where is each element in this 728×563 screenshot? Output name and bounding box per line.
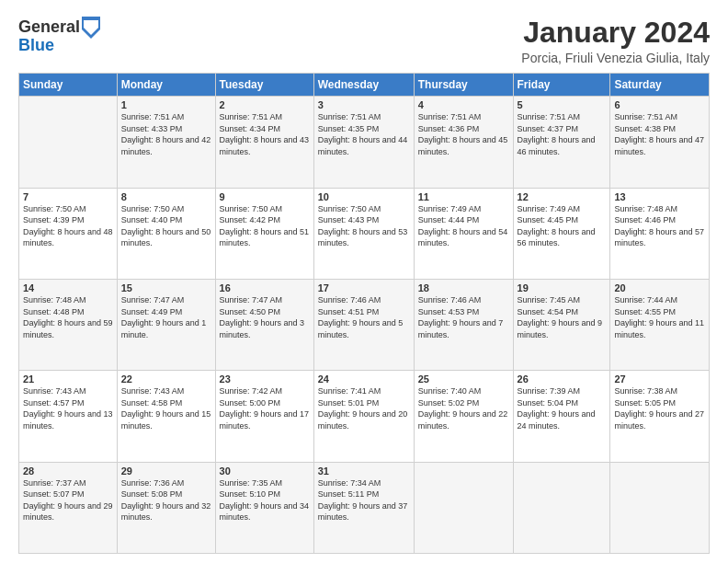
day-number: 23 [220, 373, 310, 385]
title-section: January 2024 Porcia, Friuli Venezia Giul… [521, 17, 710, 65]
day-info: Sunrise: 7:43 AMSunset: 4:57 PMDaylight:… [23, 385, 113, 431]
day-info: Sunrise: 7:39 AMSunset: 5:04 PMDaylight:… [518, 385, 607, 431]
day-info: Sunrise: 7:51 AMSunset: 4:35 PMDaylight:… [318, 111, 410, 157]
day-number: 28 [23, 465, 113, 477]
day-cell: 19Sunrise: 7:45 AMSunset: 4:54 PMDayligh… [513, 279, 610, 370]
day-number: 29 [121, 465, 211, 477]
day-number: 15 [121, 282, 211, 293]
day-header-monday: Monday [117, 74, 215, 97]
logo-blue-text: Blue [18, 37, 100, 55]
day-number: 21 [23, 373, 113, 385]
day-cell: 5Sunrise: 7:51 AMSunset: 4:37 PMDaylight… [513, 97, 610, 188]
month-title: January 2024 [521, 17, 710, 49]
day-header-saturday: Saturday [610, 74, 710, 97]
day-cell: 24Sunrise: 7:41 AMSunset: 5:01 PMDayligh… [313, 371, 414, 462]
days-header-row: SundayMondayTuesdayWednesdayThursdayFrid… [19, 74, 710, 97]
day-cell [513, 462, 610, 553]
day-info: Sunrise: 7:43 AMSunset: 4:58 PMDaylight:… [121, 385, 211, 431]
day-info: Sunrise: 7:42 AMSunset: 5:00 PMDaylight:… [220, 385, 310, 431]
day-cell [610, 462, 710, 553]
day-cell: 10Sunrise: 7:50 AMSunset: 4:43 PMDayligh… [313, 188, 414, 279]
day-cell: 3Sunrise: 7:51 AMSunset: 4:35 PMDaylight… [313, 97, 414, 188]
day-info: Sunrise: 7:48 AMSunset: 4:46 PMDaylight:… [614, 203, 705, 249]
day-number: 5 [518, 99, 607, 110]
day-info: Sunrise: 7:41 AMSunset: 5:01 PMDaylight:… [318, 385, 410, 431]
day-cell: 17Sunrise: 7:46 AMSunset: 4:51 PMDayligh… [313, 279, 414, 370]
day-cell: 31Sunrise: 7:34 AMSunset: 5:11 PMDayligh… [313, 462, 414, 553]
day-number: 3 [318, 99, 410, 110]
calendar-table: SundayMondayTuesdayWednesdayThursdayFrid… [18, 73, 710, 554]
day-number: 8 [121, 191, 211, 202]
day-number: 13 [614, 191, 705, 202]
day-info: Sunrise: 7:45 AMSunset: 4:54 PMDaylight:… [518, 294, 607, 340]
logo: General Blue [18, 17, 100, 55]
week-row-4: 28Sunrise: 7:37 AMSunset: 5:07 PMDayligh… [19, 462, 710, 553]
day-cell: 13Sunrise: 7:48 AMSunset: 4:46 PMDayligh… [610, 188, 710, 279]
day-cell: 15Sunrise: 7:47 AMSunset: 4:49 PMDayligh… [117, 279, 215, 370]
day-number: 11 [418, 191, 509, 202]
day-cell: 30Sunrise: 7:35 AMSunset: 5:10 PMDayligh… [215, 462, 313, 553]
day-info: Sunrise: 7:35 AMSunset: 5:10 PMDaylight:… [220, 477, 310, 523]
day-info: Sunrise: 7:49 AMSunset: 4:44 PMDaylight:… [418, 203, 509, 249]
day-header-thursday: Thursday [414, 74, 513, 97]
day-number: 25 [418, 373, 509, 385]
day-cell: 26Sunrise: 7:39 AMSunset: 5:04 PMDayligh… [513, 371, 610, 462]
day-number: 18 [418, 282, 509, 293]
day-number: 7 [23, 191, 113, 202]
day-info: Sunrise: 7:47 AMSunset: 4:49 PMDaylight:… [121, 294, 211, 340]
day-info: Sunrise: 7:46 AMSunset: 4:51 PMDaylight:… [318, 294, 410, 340]
day-cell: 21Sunrise: 7:43 AMSunset: 4:57 PMDayligh… [19, 371, 118, 462]
week-row-1: 7Sunrise: 7:50 AMSunset: 4:39 PMDaylight… [19, 188, 710, 279]
day-cell: 23Sunrise: 7:42 AMSunset: 5:00 PMDayligh… [215, 371, 313, 462]
day-cell: 6Sunrise: 7:51 AMSunset: 4:38 PMDaylight… [610, 97, 710, 188]
day-cell: 25Sunrise: 7:40 AMSunset: 5:02 PMDayligh… [414, 371, 513, 462]
day-number: 14 [23, 282, 113, 293]
week-row-0: 1Sunrise: 7:51 AMSunset: 4:33 PMDaylight… [19, 97, 710, 188]
day-header-friday: Friday [513, 74, 610, 97]
day-info: Sunrise: 7:50 AMSunset: 4:43 PMDaylight:… [318, 203, 410, 249]
day-cell: 7Sunrise: 7:50 AMSunset: 4:39 PMDaylight… [19, 188, 118, 279]
day-info: Sunrise: 7:51 AMSunset: 4:33 PMDaylight:… [121, 111, 211, 157]
calendar-body: 1Sunrise: 7:51 AMSunset: 4:33 PMDaylight… [19, 97, 710, 554]
day-number: 16 [220, 282, 310, 293]
day-header-sunday: Sunday [19, 74, 118, 97]
day-info: Sunrise: 7:51 AMSunset: 4:34 PMDaylight:… [220, 111, 310, 157]
day-info: Sunrise: 7:36 AMSunset: 5:08 PMDaylight:… [121, 477, 211, 523]
day-number: 10 [318, 191, 410, 202]
day-cell: 9Sunrise: 7:50 AMSunset: 4:42 PMDaylight… [215, 188, 313, 279]
day-cell [414, 462, 513, 553]
day-cell: 12Sunrise: 7:49 AMSunset: 4:45 PMDayligh… [513, 188, 610, 279]
day-info: Sunrise: 7:44 AMSunset: 4:55 PMDaylight:… [614, 294, 705, 340]
day-number: 20 [614, 282, 705, 293]
day-number: 30 [220, 465, 310, 477]
day-info: Sunrise: 7:46 AMSunset: 4:53 PMDaylight:… [418, 294, 509, 340]
day-cell: 28Sunrise: 7:37 AMSunset: 5:07 PMDayligh… [19, 462, 118, 553]
day-info: Sunrise: 7:47 AMSunset: 4:50 PMDaylight:… [220, 294, 310, 340]
day-info: Sunrise: 7:38 AMSunset: 5:05 PMDaylight:… [614, 385, 705, 431]
day-info: Sunrise: 7:51 AMSunset: 4:37 PMDaylight:… [518, 111, 607, 157]
week-row-2: 14Sunrise: 7:48 AMSunset: 4:48 PMDayligh… [19, 279, 710, 370]
week-row-3: 21Sunrise: 7:43 AMSunset: 4:57 PMDayligh… [19, 371, 710, 462]
day-header-tuesday: Tuesday [215, 74, 313, 97]
day-number: 17 [318, 282, 410, 293]
day-number: 24 [318, 373, 410, 385]
day-number: 9 [220, 191, 310, 202]
day-info: Sunrise: 7:50 AMSunset: 4:40 PMDaylight:… [121, 203, 211, 249]
day-cell: 29Sunrise: 7:36 AMSunset: 5:08 PMDayligh… [117, 462, 215, 553]
day-number: 2 [220, 99, 310, 110]
day-info: Sunrise: 7:40 AMSunset: 5:02 PMDaylight:… [418, 385, 509, 431]
day-number: 22 [121, 373, 211, 385]
day-number: 27 [614, 373, 705, 385]
day-number: 12 [518, 191, 607, 202]
day-cell: 20Sunrise: 7:44 AMSunset: 4:55 PMDayligh… [610, 279, 710, 370]
day-info: Sunrise: 7:48 AMSunset: 4:48 PMDaylight:… [23, 294, 113, 340]
logo-general-text: General [18, 18, 80, 37]
day-number: 19 [518, 282, 607, 293]
day-cell: 22Sunrise: 7:43 AMSunset: 4:58 PMDayligh… [117, 371, 215, 462]
day-info: Sunrise: 7:34 AMSunset: 5:11 PMDaylight:… [318, 477, 410, 523]
day-cell: 2Sunrise: 7:51 AMSunset: 4:34 PMDaylight… [215, 97, 313, 188]
day-info: Sunrise: 7:49 AMSunset: 4:45 PMDaylight:… [518, 203, 607, 249]
day-cell [19, 97, 118, 188]
day-info: Sunrise: 7:50 AMSunset: 4:39 PMDaylight:… [23, 203, 113, 249]
calendar-page: General Blue January 2024 Porcia, Friuli… [0, 0, 728, 563]
